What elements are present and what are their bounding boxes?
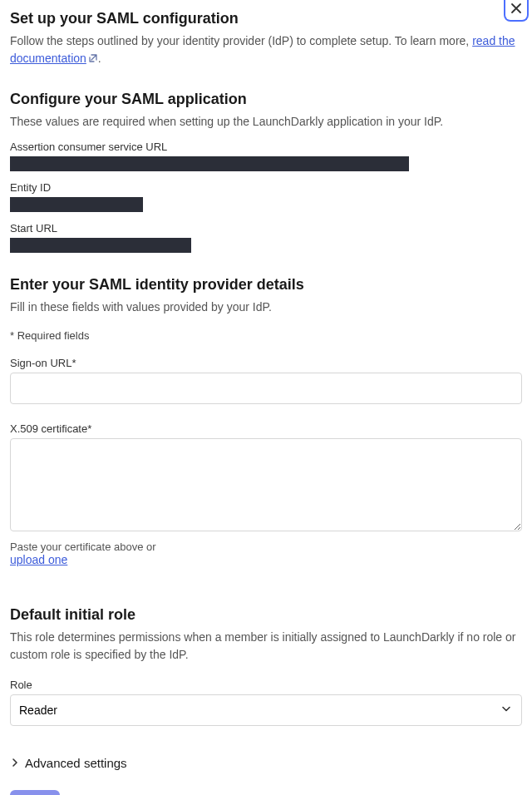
subtext-prefix: Follow the steps outlined by your identi…	[10, 34, 472, 47]
role-subtext: This role determines permissions when a …	[10, 629, 522, 664]
configure-section: Configure your SAML application These va…	[10, 91, 522, 253]
cert-helper: Paste your certificate above or	[10, 541, 522, 553]
upload-cert-link[interactable]: upload one	[10, 553, 67, 566]
cert-label: X.509 certificate*	[10, 422, 522, 435]
start-url-value	[10, 238, 191, 253]
configure-title: Configure your SAML application	[10, 91, 522, 108]
idp-section: Enter your SAML identity provider detail…	[10, 276, 522, 566]
subtext-suffix: .	[98, 52, 101, 65]
role-title: Default initial role	[10, 606, 522, 624]
configure-subtext: These values are required when setting u…	[10, 113, 522, 131]
save-button[interactable]: Save	[10, 790, 60, 795]
acs-url-label: Assertion consumer service URL	[10, 141, 522, 153]
cert-textarea[interactable]	[10, 438, 522, 531]
page-subtext: Follow the steps outlined by your identi…	[10, 32, 522, 67]
chevron-right-icon	[10, 756, 20, 770]
entity-id-value	[10, 197, 143, 212]
entity-id-label: Entity ID	[10, 181, 522, 194]
required-fields-note: * Required fields	[10, 329, 522, 342]
advanced-settings-toggle[interactable]: Advanced settings	[10, 756, 522, 770]
idp-subtext: Fill in these fields with values provide…	[10, 299, 522, 316]
signon-url-label: Sign-on URL*	[10, 357, 522, 369]
page-title: Set up your SAML configuration	[10, 10, 522, 27]
role-label: Role	[10, 679, 522, 691]
acs-url-value	[10, 156, 409, 171]
signon-url-input[interactable]	[10, 373, 522, 404]
external-link-icon	[88, 51, 98, 61]
advanced-settings-label: Advanced settings	[25, 756, 127, 770]
idp-title: Enter your SAML identity provider detail…	[10, 276, 522, 294]
close-icon	[510, 2, 522, 17]
close-button[interactable]	[504, 0, 529, 22]
role-section: Default initial role This role determine…	[10, 606, 522, 726]
role-select[interactable]: Reader	[10, 694, 522, 726]
start-url-label: Start URL	[10, 222, 522, 235]
